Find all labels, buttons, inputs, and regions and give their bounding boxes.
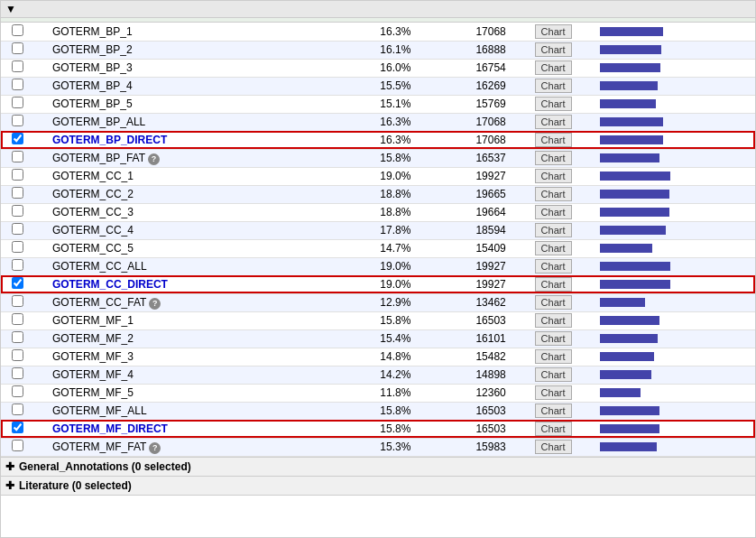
row-count: 19927 [414,257,509,275]
chart-button[interactable]: Chart [535,331,572,346]
bar-indicator [600,244,652,253]
chart-button[interactable]: Chart [535,169,572,183]
row-checkbox[interactable] [12,205,23,217]
bar-indicator [600,208,669,217]
row-count: 13462 [414,293,509,311]
row-name: GOTERM_MF_FAT [52,441,146,453]
chart-button[interactable]: Chart [535,241,572,255]
chart-button[interactable]: Chart [535,115,572,129]
chart-button[interactable]: Chart [535,277,572,292]
row-checkbox[interactable] [12,404,23,415]
table-row: GOTERM_BP_ALL16.3%17068Chart [1,113,755,131]
row-checkbox[interactable] [12,24,23,36]
row-checkbox[interactable] [12,97,23,108]
expand-icon: ✚ [5,460,14,473]
table-row: GOTERM_MF_511.8%12360Chart [1,384,755,402]
chart-button[interactable]: Chart [535,133,572,147]
table-row: GOTERM_CC_ALL19.0%19927Chart [1,257,755,275]
row-checkbox[interactable] [12,385,23,397]
info-icon[interactable]: ? [148,153,160,165]
section-label: General_Annotations (0 selected) [19,460,191,473]
functional-categories-header[interactable]: ▼ [1,1,755,18]
row-checkbox[interactable] [12,151,23,162]
chart-button[interactable]: Chart [535,259,572,274]
bar-indicator [600,190,669,199]
bar-indicator [600,27,663,36]
row-checkbox[interactable] [12,241,23,253]
row-checkbox[interactable] [12,331,23,343]
chart-button[interactable]: Chart [535,151,572,165]
chart-button[interactable]: Chart [535,205,572,219]
chart-button[interactable]: Chart [535,60,572,75]
row-percent: 16.0% [319,59,414,77]
row-checkbox[interactable] [12,169,23,181]
table-row: GOTERM_CC_417.8%18594Chart [1,221,755,239]
table-row: GOTERM_MF_215.4%16101Chart [1,329,755,348]
row-count: 15482 [414,348,509,366]
row-name-link[interactable]: GOTERM_BP_DIRECT [52,134,167,146]
row-checkbox[interactable] [12,259,23,271]
row-count: 16503 [414,311,509,329]
chart-button[interactable]: Chart [535,223,572,237]
chart-button[interactable]: Chart [535,313,572,328]
bar-indicator [600,117,663,126]
chart-button[interactable]: Chart [535,422,572,436]
row-checkbox[interactable] [12,422,23,433]
row-checkbox[interactable] [12,349,23,361]
row-checkbox[interactable] [12,60,23,72]
row-name-link[interactable]: GOTERM_MF_DIRECT [52,422,168,435]
info-icon[interactable]: ? [149,442,161,454]
bar-indicator [600,153,659,162]
table-row: GOTERM_CC_FAT?12.9%13462Chart [1,293,755,311]
row-checkbox[interactable] [12,313,23,325]
functional-toggle-icon: ▼ [5,3,16,15]
row-name-link[interactable]: GOTERM_CC_DIRECT [52,278,168,291]
row-name: GOTERM_CC_2 [52,188,134,200]
table-row: GOTERM_CC_514.7%15409Chart [1,239,755,257]
row-checkbox[interactable] [12,277,23,289]
chart-button[interactable]: Chart [535,367,572,382]
chart-button[interactable]: Chart [535,187,572,201]
row-percent: 12.9% [319,293,414,311]
row-checkbox[interactable] [12,79,23,90]
row-checkbox[interactable] [12,187,23,199]
section-header-literature[interactable]: ✚Literature (0 selected) [1,477,755,496]
section-header-general_annotations[interactable]: ✚General_Annotations (0 selected) [1,458,755,477]
row-checkbox[interactable] [12,115,23,126]
table-row: GOTERM_CC_119.0%19927Chart [1,167,755,185]
row-checkbox[interactable] [12,133,23,144]
row-checkbox[interactable] [12,42,23,54]
chart-button[interactable]: Chart [535,42,572,57]
chart-button[interactable]: Chart [535,295,572,310]
row-checkbox[interactable] [12,223,23,235]
row-percent: 15.1% [319,95,414,113]
table-row: GOTERM_MF_ALL15.8%16503Chart [1,402,755,420]
chart-button[interactable]: Chart [535,349,572,364]
chart-button[interactable]: Chart [535,385,572,400]
row-count: 16269 [414,77,509,95]
chart-button[interactable]: Chart [535,404,572,418]
row-name: GOTERM_MF_4 [52,368,134,381]
row-count: 15769 [414,95,509,113]
row-checkbox[interactable] [12,367,23,379]
table-row: GOTERM_BP_116.3%17068Chart [1,23,755,41]
row-count: 16101 [414,329,509,348]
main-container: ▼ GOTERM_BP_116.3%17068ChartGOTERM_BP_21… [0,0,756,538]
chart-button[interactable]: Chart [535,24,572,39]
row-name: GOTERM_BP_3 [52,61,133,74]
chart-button[interactable]: Chart [535,440,572,454]
row-percent: 14.2% [319,366,414,384]
info-icon[interactable]: ? [149,298,161,310]
row-count: 19927 [414,275,509,293]
row-percent: 19.0% [319,275,414,293]
table-row: GOTERM_BP_316.0%16754Chart [1,59,755,77]
row-checkbox[interactable] [12,295,23,307]
bar-indicator [600,370,651,379]
chart-button[interactable]: Chart [535,79,572,93]
chart-button[interactable]: Chart [535,97,572,111]
section-label: Literature (0 selected) [19,479,132,492]
row-percent: 16.3% [319,131,414,149]
row-count: 14898 [414,366,509,384]
row-checkbox[interactable] [12,440,23,451]
row-percent: 18.8% [319,185,414,203]
